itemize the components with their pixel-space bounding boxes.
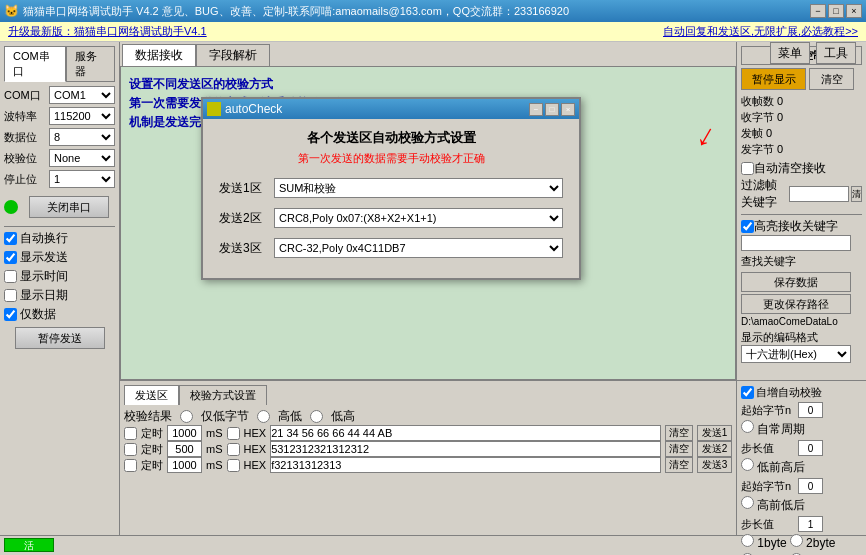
low-high-byte-radio[interactable]	[741, 458, 754, 471]
hex3-checkbox[interactable]	[227, 459, 240, 472]
high-low-radio[interactable]	[257, 410, 270, 423]
modal-send3-select[interactable]: CRC-32,Poly 0x4C11DB7	[274, 238, 563, 258]
status-bar: 活	[0, 535, 866, 553]
maximize-button[interactable]: □	[828, 4, 844, 18]
low-high-radio[interactable]	[310, 410, 323, 423]
timer3-checkbox[interactable]	[124, 459, 137, 472]
close-button[interactable]: ×	[846, 4, 862, 18]
modal-send1-select[interactable]: SUM和校验	[274, 178, 563, 198]
hex2-checkbox[interactable]	[227, 443, 240, 456]
send-area-tabs: 发送区 校验方式设置	[124, 385, 732, 405]
modal-send2-select[interactable]: CRC8,Poly 0x07:(X8+X2+X1+1)	[274, 208, 563, 228]
stop-select[interactable]: 1	[49, 170, 115, 188]
com-select[interactable]: COM1	[49, 86, 115, 104]
auto-exec-checkbox[interactable]	[4, 232, 17, 245]
tutorial-link[interactable]: 自动回复和发送区,无限扩展,必选教程>>	[663, 24, 858, 39]
save-path: D:\amaoComeDataLo	[741, 316, 862, 327]
change-path-button[interactable]: 更改保存路径	[741, 294, 851, 314]
save-data-button[interactable]: 保存数据	[741, 272, 851, 292]
2byte-radio[interactable]	[790, 534, 803, 547]
tab-com[interactable]: COM串口	[4, 46, 66, 82]
only-low-radio[interactable]	[180, 410, 193, 423]
start-byte2-input[interactable]	[798, 478, 823, 494]
recv-buttons: 暂停显示 清空	[741, 68, 862, 90]
step2-input[interactable]	[798, 516, 823, 532]
step2-row: 步长值	[741, 516, 862, 532]
tab-data-receive[interactable]: 数据接收	[122, 44, 196, 66]
center-content: 设置不同发送区的校验方式 第一次需要发送的方式，请手动校验一次 机制是发送完成后…	[120, 66, 736, 380]
high-low-row: 高前低后	[741, 496, 862, 514]
tab-send-zone[interactable]: 发送区	[124, 385, 179, 405]
center-tabs: 数据接收 字段解析	[120, 42, 736, 66]
tools-button[interactable]: 工具	[816, 42, 856, 64]
update-link[interactable]: 升级最新版：猫猫串口网络调试助手V4.1	[8, 24, 207, 39]
status-button[interactable]: 活	[4, 538, 54, 552]
minimize-button[interactable]: −	[810, 4, 826, 18]
only-data-checkbox[interactable]	[4, 308, 17, 321]
send3-input[interactable]	[270, 457, 661, 473]
start-byte1-input[interactable]	[798, 402, 823, 418]
clear-display-button[interactable]: 清空	[809, 68, 854, 90]
timer1-input[interactable]	[167, 425, 202, 441]
encoding-select[interactable]: 十六进制(Hex)	[741, 345, 851, 363]
show-date-checkbox[interactable]	[4, 289, 17, 302]
show-send-checkbox[interactable]	[4, 251, 17, 264]
send1-button[interactable]: 发送1	[697, 425, 732, 441]
menu-button[interactable]: 菜单	[770, 42, 810, 64]
start-byte2-row: 起始字节n	[741, 478, 862, 494]
hex1-checkbox[interactable]	[227, 427, 240, 440]
modal-send3-row: 发送3区 CRC-32,Poly 0x4C11DB7	[219, 238, 563, 258]
send2-button[interactable]: 发送2	[697, 441, 732, 457]
pause-display-button[interactable]: 暂停显示	[741, 68, 806, 90]
normal-cycle-label: 自常周期	[741, 420, 862, 438]
tab-field-parse[interactable]: 字段解析	[196, 44, 270, 66]
modal-close-button[interactable]: ×	[561, 103, 575, 116]
auto-check-checkbox[interactable]	[741, 386, 754, 399]
start-byte2-label: 起始字节n	[741, 479, 796, 494]
send1-input[interactable]	[270, 425, 661, 441]
step1-input[interactable]	[798, 440, 823, 456]
filter-clear-button[interactable]: 清	[851, 186, 862, 202]
clear2-button[interactable]: 清空	[665, 441, 693, 457]
com-label: COM口	[4, 88, 49, 103]
checksum-result-label: 校验结果	[124, 408, 172, 425]
baud-select[interactable]: 115200	[49, 107, 115, 125]
data-select[interactable]: 8	[49, 128, 115, 146]
auto-check-row: 自增自动校验	[741, 385, 862, 400]
close-port-button[interactable]: 关闭串口	[29, 196, 109, 218]
fixed2-label: 定时	[141, 442, 163, 457]
timer2-input[interactable]	[167, 441, 202, 457]
only-low-label: 仅低字节	[201, 408, 249, 425]
modal-send2-row: 发送2区 CRC8,Poly 0x07:(X8+X2+X1+1)	[219, 208, 563, 228]
modal-maximize-button[interactable]: □	[545, 103, 559, 116]
auto-clear-label: 自动清空接收	[754, 160, 826, 177]
keyword-input[interactable]	[741, 235, 851, 251]
center-panel: 数据接收 字段解析 设置不同发送区的校验方式 第一次需要发送的方式，请手动校验一…	[120, 42, 736, 380]
1byte-radio[interactable]	[741, 534, 754, 547]
check-select[interactable]: None	[49, 149, 115, 167]
timer1-checkbox[interactable]	[124, 427, 137, 440]
step2-label: 步长值	[741, 517, 796, 532]
highlight-checkbox[interactable]	[741, 220, 754, 233]
tab-server[interactable]: 服务器	[66, 46, 115, 82]
auto-clear-checkbox[interactable]	[741, 162, 754, 175]
modal-send3-label: 发送3区	[219, 240, 274, 257]
high-low-byte-radio[interactable]	[741, 496, 754, 509]
timer3-input[interactable]	[167, 457, 202, 473]
normal-cycle-radio[interactable]	[741, 420, 754, 433]
app-title: 猫猫串口网络调试助手 V4.2 意见、BUG、改善、定制-联系阿喵:amaoma…	[23, 4, 810, 19]
pause-send-button[interactable]: 暂停发送	[15, 327, 105, 349]
filter-input[interactable]	[789, 186, 849, 202]
modal-minimize-button[interactable]: −	[529, 103, 543, 116]
stop-row: 停止位 1	[4, 170, 115, 188]
auto-clear-row: 自动清空接收	[741, 160, 862, 177]
send2-input[interactable]	[270, 441, 661, 457]
clear3-button[interactable]: 清空	[665, 457, 693, 473]
auto-check-label: 自增自动校验	[756, 385, 822, 400]
send3-button[interactable]: 发送3	[697, 457, 732, 473]
tab-checksum-settings[interactable]: 校验方式设置	[179, 385, 267, 405]
check-label: 校验位	[4, 151, 49, 166]
clear1-button[interactable]: 清空	[665, 425, 693, 441]
timer2-checkbox[interactable]	[124, 443, 137, 456]
show-time-checkbox[interactable]	[4, 270, 17, 283]
